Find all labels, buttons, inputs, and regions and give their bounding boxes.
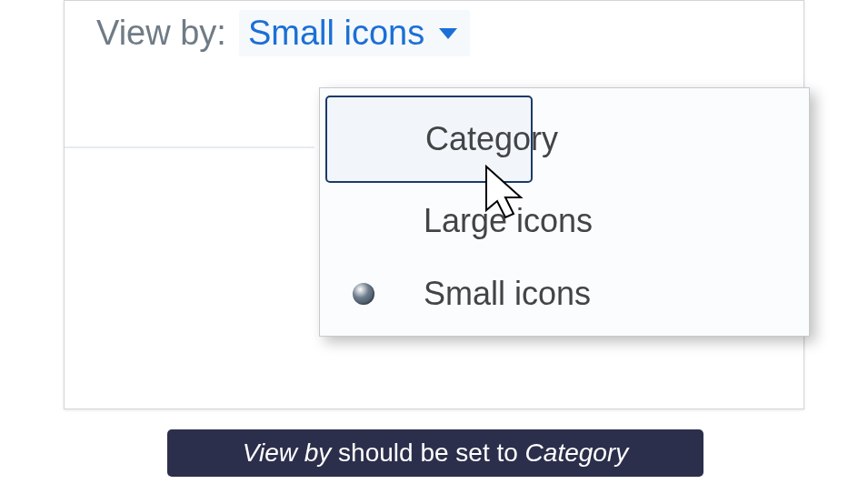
viewby-dropdown[interactable]: Small icons (239, 10, 470, 56)
viewby-label: View by: (96, 14, 226, 53)
caption-em2: Category (525, 439, 629, 467)
menu-item-large-icons[interactable]: Large icons (325, 185, 803, 257)
viewby-row: View by: Small icons (96, 10, 470, 56)
menu-item-label: Category (425, 120, 558, 158)
menu-item-small-icons[interactable]: Small icons (325, 257, 803, 330)
menu-item-label: Large icons (424, 202, 593, 240)
chevron-down-icon (439, 28, 457, 39)
viewby-selected-text: Small icons (248, 14, 424, 53)
viewby-menu: Category Large icons Small icons (319, 87, 810, 337)
menu-item-category[interactable]: Category (325, 96, 533, 183)
control-panel-region: View by: Small icons Category Large icon… (64, 0, 804, 409)
separator (65, 146, 314, 148)
radio-selected-icon (353, 283, 374, 305)
instruction-caption: View by should be set to Category (167, 429, 703, 477)
menu-item-label: Small icons (424, 275, 591, 313)
caption-mid: should be set to (331, 439, 524, 467)
caption-em1: View by (243, 439, 332, 467)
